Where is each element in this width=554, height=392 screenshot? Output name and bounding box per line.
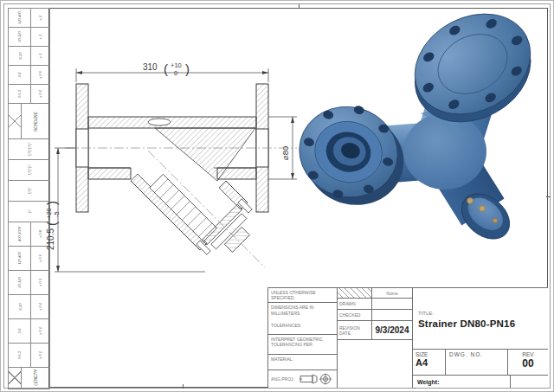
- tolerance-range: 120-400: [17, 252, 22, 265]
- third-angle-projection-icon: [298, 373, 334, 385]
- tolerance-range: 30-120: [17, 31, 22, 42]
- svg-text:+20: +20: [45, 208, 53, 219]
- tolerance-row: 30-120 ± 0.3: [9, 271, 49, 295]
- tolerance-value: ± 0.2: [38, 303, 42, 311]
- strip-label-box: RONDURE: [9, 104, 49, 139]
- angle-projection-row: ANG.PROJ.: [268, 370, 337, 388]
- tolerance-range: 0.5-3: [17, 90, 22, 98]
- title-block-main-column: TITLE: Strainer DN80-PN16 SIZE A4 DWG. N…: [413, 288, 548, 388]
- finish-symbols: ▽▽: [26, 188, 31, 195]
- tolerance-value: ± 0.1: [38, 327, 42, 335]
- title-label: TITLE:: [418, 311, 543, 316]
- slot-hole: [148, 119, 171, 125]
- title-block-notes-column: UNLESS OTHERWISE SPECIFIED: DIMENSIONS A…: [268, 288, 338, 388]
- svg-text:⌀80: ⌀80: [280, 146, 290, 160]
- tolerance-value: ± 1: [38, 35, 42, 40]
- drawn-value: [372, 299, 412, 309]
- unless-note: UNLESS OTHERWISE SPECIFIED:: [268, 288, 337, 303]
- name-header: Nome: [372, 288, 412, 298]
- tolerance-value: ± 0.5: [38, 254, 42, 262]
- drawing-sheet: 120-400 ± 2 30-120 ± 1 6-30 ± 1 3-6 ± 0.…: [0, 0, 554, 392]
- ang-proj-label: ANG.PROJ.: [271, 376, 294, 382]
- surface-finish-row: ▽: [9, 202, 49, 222]
- tolerance-value: ± 2: [38, 16, 42, 21]
- dim-310-text: 310 ( +10 0 ): [143, 61, 190, 77]
- finish-symbols: ▽: [26, 210, 31, 214]
- tolerance-value: ± 0.8: [38, 230, 42, 238]
- top-flange: [394, 3, 551, 141]
- tolerance-row: 0.5-3 ± 0.1: [9, 344, 49, 368]
- tolerance-row: 30-120 ± 1: [9, 28, 49, 47]
- hatch-cell: [338, 288, 372, 298]
- section-view-svg: 310 ( +10 0 ) ⌀80 210.5 ( +20 -5 ): [44, 44, 312, 291]
- iso-view-svg: [291, 3, 551, 284]
- tolerance-value: ± 1: [38, 54, 42, 59]
- surface-finish-row: ▽▽▽: [9, 160, 49, 181]
- tolerance-row: 3-6 ± 0.5: [9, 66, 49, 85]
- revision-date-label: REVISION DATE: [338, 321, 372, 339]
- dim-dia80-text: ⌀80: [280, 146, 290, 160]
- svg-text:): ): [44, 201, 59, 205]
- svg-text:+10: +10: [171, 61, 182, 69]
- tolerance-value: ± 0.2: [38, 90, 42, 98]
- strip-upper-label: RONDURE: [33, 112, 37, 132]
- size-row: SIZE A4 DWG. NO. REV 00: [413, 350, 548, 376]
- tolerance-row: 120-400 ± 2: [9, 9, 49, 28]
- rev-value: 00: [512, 357, 544, 370]
- rev-cell: REV 00: [508, 350, 548, 375]
- x-mark-icon: [9, 104, 22, 138]
- weight-row: Weight:: [413, 376, 548, 388]
- tolerance-range: 3-6: [17, 329, 22, 334]
- tolerance-range: 6-30: [17, 52, 22, 59]
- title-block-signature-column: Nome DRAWN CHECKED REVISION DATE 9/3/202…: [338, 288, 413, 388]
- revision-date-value: 9/3/2024: [372, 321, 412, 339]
- frame-tick: [183, 384, 184, 389]
- svg-text:-5: -5: [53, 211, 61, 217]
- inlet-flange: [291, 94, 416, 215]
- tolerance-range: 120-400: [17, 11, 22, 24]
- weight-label: Weight:: [417, 379, 440, 385]
- drawing-title: Strainer DN80-PN16: [418, 318, 543, 329]
- signature-empty-cell: [338, 340, 412, 388]
- revision-date-row: REVISION DATE 9/3/2024: [338, 321, 412, 340]
- tolerance-value: ± 0.3: [38, 279, 42, 286]
- signature-header-row: Nome: [338, 288, 412, 299]
- tolerance-range: 30-120: [17, 277, 22, 287]
- finish-symbols: ▽▽▽: [26, 165, 31, 176]
- tolerance-row: 3-6 ± 0.1: [9, 319, 49, 344]
- interpret-note: INTERPRET GEOMETRIC TOLERANCING PER:: [268, 335, 337, 355]
- body-lower-wall-right: [217, 168, 256, 179]
- svg-text:210.5: 210.5: [46, 228, 55, 250]
- tolerance-range: 0.5-3: [17, 351, 22, 359]
- title-block: UNLESS OTHERWISE SPECIFIED: DIMENSIONS A…: [267, 287, 548, 388]
- cap-bolt: [467, 198, 473, 204]
- surface-finish-row: ▽▽▽▽: [9, 139, 49, 160]
- dimension-310: [76, 68, 268, 82]
- dimensions-note: DIMENSIONS ARE IN MILLIMETERS. TOLERANCE…: [268, 303, 337, 335]
- tolerance-row: 0.5-3 ± 0.2: [9, 85, 49, 104]
- material-label: MATERIAL:: [268, 355, 337, 370]
- drawn-label: DRAWN: [338, 299, 372, 309]
- svg-text:310: 310: [143, 62, 158, 72]
- strip-lower-label: LENGTH: [33, 370, 37, 385]
- cap-bolt: [480, 206, 486, 212]
- finish-symbols: ▽▽▽▽: [26, 143, 31, 156]
- tolerance-value: ± 0.1: [38, 351, 42, 359]
- checked-row: CHECKED: [338, 310, 412, 321]
- x-mark-icon: [9, 368, 22, 388]
- tolerance-value: ± 0.5: [38, 71, 42, 79]
- strip-label-box: LENGTH: [9, 368, 49, 389]
- svg-text:0: 0: [174, 69, 177, 77]
- svg-text:(: (: [164, 61, 168, 76]
- tolerance-row: 400-1000 ± 0.8: [9, 222, 49, 247]
- size-value: A4: [416, 357, 442, 368]
- size-cell: SIZE A4: [413, 350, 446, 375]
- tolerance-row: 6-30 ± 0.2: [9, 295, 49, 319]
- cap-bolt: [493, 218, 498, 223]
- title-cell: TITLE: Strainer DN80-PN16: [413, 288, 548, 350]
- weight-divider: [510, 376, 511, 388]
- checked-label: CHECKED: [338, 310, 372, 320]
- dims-in-mm-label: DIMENSIONS ARE IN MILLIMETERS.: [271, 305, 334, 318]
- tolerance-range: 400-1000: [17, 227, 22, 241]
- checked-value: [372, 310, 412, 320]
